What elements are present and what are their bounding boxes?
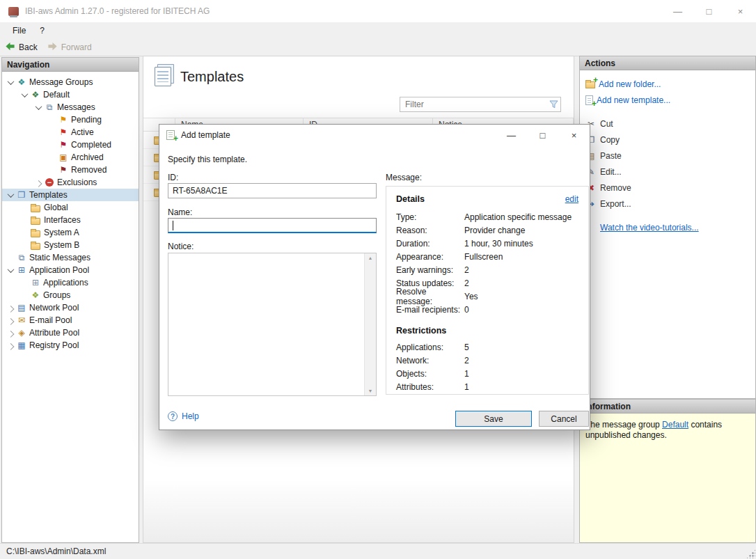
forward-button[interactable]: Forward: [47, 41, 92, 54]
detail-value: Fullscreen: [464, 252, 503, 262]
name-input[interactable]: [168, 218, 377, 233]
action-add-new-folder[interactable]: Add new folder...: [585, 76, 755, 92]
window-close-button[interactable]: ×: [725, 0, 756, 22]
resize-grip[interactable]: [746, 549, 755, 558]
help-icon: ?: [168, 411, 178, 421]
default-group-icon: [30, 90, 41, 100]
tree-item-templates[interactable]: Templates: [2, 189, 139, 201]
id-input[interactable]: [168, 183, 377, 198]
tree-item-completed[interactable]: Completed: [2, 139, 139, 151]
message-details-box: Details edit Type:Application specific m…: [386, 186, 589, 395]
chevron-collapsed-icon[interactable]: [5, 343, 16, 348]
help-button[interactable]: ? Help: [168, 411, 199, 421]
scroll-down-icon[interactable]: ▼: [368, 388, 373, 393]
window-controls: —□×: [662, 0, 756, 22]
tree-item-label: E-mail Pool: [29, 315, 76, 325]
notice-scrollbar[interactable]: ▲ ▼: [364, 253, 376, 395]
dialog-maximize-button[interactable]: □: [527, 125, 558, 145]
window-title: IBI-aws Admin 1.27.0 - registered for IB…: [25, 6, 210, 16]
exclusions-icon: [45, 178, 54, 187]
chevron-expanded-icon[interactable]: [5, 80, 16, 85]
tree-item-network-pool[interactable]: Network Pool: [2, 301, 139, 314]
tree-item-active[interactable]: Active: [2, 126, 139, 139]
tree-item-exclusions[interactable]: Exclusions: [2, 176, 139, 189]
action-label: Add new template...: [597, 95, 670, 105]
tree-item-global[interactable]: Global: [2, 201, 139, 214]
detail-value: Yes: [464, 292, 478, 301]
back-arrow-icon: [5, 41, 15, 54]
attribute-pool-icon: [16, 328, 27, 338]
tree-item-applications[interactable]: Applications: [2, 276, 139, 289]
dialog-title: Add template: [181, 130, 230, 140]
detail-value: 5: [464, 343, 469, 352]
menu-help[interactable]: ?: [33, 24, 52, 38]
chevron-expanded-icon[interactable]: [19, 93, 30, 97]
detail-label: Early warnings:: [396, 265, 464, 275]
action-label: Paste: [600, 151, 622, 161]
forward-arrow-icon: [47, 41, 58, 54]
tree-item-attribute-pool[interactable]: Attribute Pool: [2, 326, 139, 339]
chevron-expanded-icon[interactable]: [5, 268, 16, 273]
tree-item-archived[interactable]: Archived: [2, 151, 139, 164]
add-folder-icon: [585, 81, 595, 88]
tree-item-messages[interactable]: Messages: [2, 101, 139, 113]
chevron-collapsed-icon[interactable]: [5, 318, 16, 323]
tree-item-label: Network Pool: [29, 303, 83, 313]
filter-funnel-icon[interactable]: [546, 100, 560, 109]
action-export[interactable]: Export...: [585, 196, 755, 212]
action-cut[interactable]: Cut: [585, 116, 755, 132]
chevron-expanded-icon[interactable]: [33, 105, 44, 110]
back-button[interactable]: Back: [5, 41, 38, 54]
tree-item-system-b[interactable]: System B: [2, 239, 139, 251]
tree-item-default[interactable]: Default: [2, 88, 139, 101]
chevron-collapsed-icon[interactable]: [5, 331, 16, 336]
chevron-expanded-icon[interactable]: [5, 193, 16, 198]
detail-label: Type:: [396, 212, 464, 222]
action-watch-the-video-tutorials[interactable]: Watch the video-tutorials...: [585, 219, 755, 235]
chevron-collapsed-icon[interactable]: [33, 180, 44, 185]
detail-label: Applications:: [396, 343, 464, 352]
tree-item-removed[interactable]: Removed: [2, 164, 139, 176]
navigation-tree: Message GroupsDefaultMessagesPendingActi…: [2, 72, 139, 352]
detail-label: Network:: [396, 356, 464, 365]
navigation-panel: Navigation Message GroupsDefaultMessages…: [1, 57, 139, 543]
window-maximize-button[interactable]: □: [693, 0, 725, 22]
tree-item-pending[interactable]: Pending: [2, 113, 139, 126]
tree-item-interfaces[interactable]: Interfaces: [2, 214, 139, 226]
save-button[interactable]: Save: [455, 411, 532, 427]
action-label: Watch the video-tutorials...: [600, 223, 699, 233]
navigation-header-label: Navigation: [7, 60, 49, 70]
detail-row: Type:Application specific message: [396, 210, 578, 223]
tree-item-registry-pool[interactable]: Registry Pool: [2, 339, 139, 352]
action-copy[interactable]: Copy: [585, 132, 755, 148]
chevron-collapsed-icon[interactable]: [5, 306, 16, 310]
tree-item-e-mail-pool[interactable]: E-mail Pool: [2, 314, 139, 326]
scroll-up-icon[interactable]: ▲: [368, 255, 373, 260]
tree-item-label: Active: [71, 127, 98, 137]
folder-icon: [31, 230, 40, 237]
edit-link[interactable]: edit: [565, 194, 578, 204]
default-group-link[interactable]: Default: [662, 420, 688, 430]
tree-item-groups[interactable]: Groups: [2, 289, 139, 301]
add-template-dialog-icon: [166, 130, 175, 140]
window-minimize-button[interactable]: —: [662, 0, 693, 22]
tree-item-message-groups[interactable]: Message Groups: [2, 76, 139, 88]
filter-input[interactable]: [400, 100, 546, 109]
dialog-close-button[interactable]: ×: [558, 125, 590, 145]
dialog-controls: —□×: [496, 125, 590, 145]
action-remove[interactable]: Remove: [585, 180, 755, 196]
action-edit[interactable]: Edit...: [585, 164, 755, 180]
tree-item-static-messages[interactable]: Static Messages: [2, 251, 139, 264]
action-label: Export...: [600, 199, 631, 209]
dialog-minimize-button[interactable]: —: [496, 125, 527, 145]
tree-item-system-a[interactable]: System A: [2, 226, 139, 239]
notice-textarea[interactable]: [168, 253, 364, 395]
action-paste[interactable]: Paste: [585, 148, 755, 164]
menu-file[interactable]: File: [6, 24, 33, 38]
detail-value: 1: [464, 369, 469, 379]
cancel-button[interactable]: Cancel: [539, 411, 589, 427]
tree-item-application-pool[interactable]: Application Pool: [2, 264, 139, 276]
action-add-new-template[interactable]: Add new template...: [585, 92, 755, 108]
tree-item-label: Completed: [71, 140, 116, 150]
action-label: Copy: [600, 135, 620, 145]
